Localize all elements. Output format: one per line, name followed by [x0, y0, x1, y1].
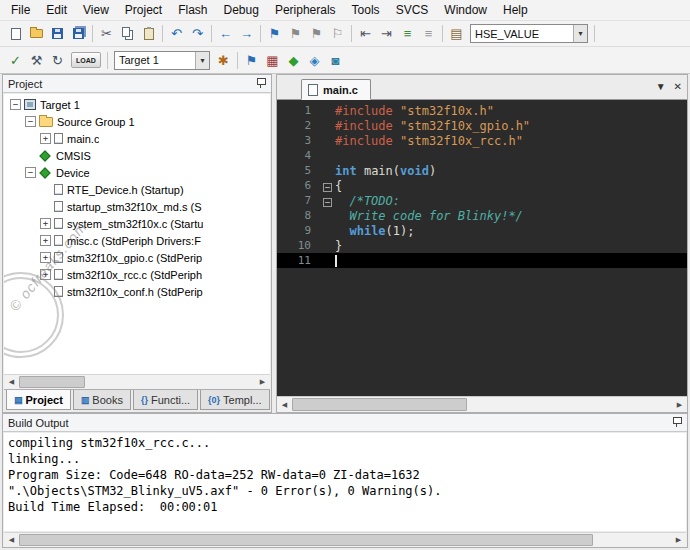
scroll-thumb[interactable] — [19, 534, 593, 546]
build-output-hscrollbar[interactable]: ◀ ▶ — [4, 532, 686, 547]
tree-item-target-1[interactable]: −Target 1 — [4, 96, 270, 113]
pack-installer-icon[interactable]: ◙ — [325, 50, 346, 70]
tab-main-c[interactable]: main.c — [301, 79, 371, 100]
menu-item-project[interactable]: Project — [117, 0, 170, 20]
scroll-track[interactable] — [292, 397, 672, 412]
collapse-icon[interactable]: − — [10, 99, 21, 110]
menu-item-edit[interactable]: Edit — [38, 0, 75, 20]
menu-item-file[interactable]: File — [3, 0, 38, 20]
scroll-thumb[interactable] — [19, 376, 85, 388]
scroll-right-icon[interactable]: ▶ — [672, 397, 687, 412]
close-tab-icon[interactable]: ✕ — [674, 81, 682, 92]
collapse-icon[interactable]: − — [25, 167, 36, 178]
unindent-icon[interactable]: ⇤ — [355, 24, 376, 44]
define-combo[interactable]: HSE_VALUE▾ — [470, 24, 588, 43]
menu-item-peripherals[interactable]: Peripherals — [267, 0, 344, 20]
code-line[interactable]: 2#include "stm32f10x_gpio.h" — [277, 118, 687, 133]
code-line[interactable]: 11 — [277, 253, 687, 268]
configure-icon[interactable]: ▤ — [446, 24, 467, 44]
comment-icon[interactable]: ≡ — [397, 24, 418, 44]
scroll-track[interactable] — [19, 375, 255, 389]
editor-hscrollbar[interactable]: ◀ ▶ — [277, 396, 687, 412]
download-icon[interactable]: LOAD — [71, 52, 101, 68]
file-extensions-icon[interactable]: ⚑ — [241, 50, 262, 70]
tab-project[interactable]: ▤Project — [6, 390, 71, 410]
fold-collapse-icon[interactable]: − — [323, 183, 332, 192]
manage-rte-icon[interactable]: ◆ — [283, 50, 304, 70]
translate-file-icon[interactable]: ✓ — [5, 50, 26, 70]
menu-item-flash[interactable]: Flash — [170, 0, 215, 20]
tree-item-misc-c-stdperiph-drivers-f[interactable]: +misc.c (StdPeriph Drivers:F — [4, 232, 270, 249]
expand-icon[interactable]: + — [40, 133, 51, 144]
tree-item-cmsis[interactable]: CMSIS — [4, 147, 270, 164]
menu-item-view[interactable]: View — [75, 0, 117, 20]
code-line[interactable]: 1#include "stm32f10x.h" — [277, 103, 687, 118]
code-line[interactable]: 5int main(void) — [277, 163, 687, 178]
code-line[interactable]: 9 while(1); — [277, 223, 687, 238]
scroll-thumb[interactable] — [292, 398, 467, 411]
project-hscrollbar[interactable]: ◀ ▶ — [4, 374, 270, 389]
undo-icon[interactable]: ↶ — [166, 24, 187, 44]
code-line[interactable]: 3#include "stm32f10x_rcc.h" — [277, 133, 687, 148]
select-packs-icon[interactable]: ◈ — [304, 50, 325, 70]
scroll-left-icon[interactable]: ◀ — [4, 375, 19, 389]
save-all-icon[interactable] — [68, 24, 89, 44]
redo-icon[interactable]: ↷ — [187, 24, 208, 44]
build-output-content[interactable]: compiling stm32f10x_rcc.c...linking...Pr… — [4, 433, 686, 531]
manage-project-items-icon[interactable]: ▦ — [262, 50, 283, 70]
code-lines[interactable]: 1#include "stm32f10x.h"2#include "stm32f… — [277, 100, 687, 396]
navigate-forward-icon[interactable]: → — [236, 24, 257, 44]
target-select[interactable]: Target 1▾ — [114, 51, 210, 70]
tree-item-source-group-1[interactable]: −Source Group 1 — [4, 113, 270, 130]
cut-icon[interactable]: ✂ — [96, 24, 117, 44]
expand-icon[interactable]: + — [40, 218, 51, 229]
code-line[interactable]: 4 — [277, 148, 687, 163]
chevron-down-icon[interactable]: ▾ — [195, 52, 209, 69]
tree-item-rte-device-h-startup[interactable]: RTE_Device.h (Startup) — [4, 181, 270, 198]
tab-books[interactable]: ▥Books — [73, 390, 131, 410]
scroll-right-icon[interactable]: ▶ — [671, 533, 686, 547]
rebuild-icon[interactable]: ↻ — [47, 50, 68, 70]
indent-icon[interactable]: ⇥ — [376, 24, 397, 44]
collapse-icon[interactable]: − — [25, 116, 36, 127]
tab-functi[interactable]: {}Functi... — [133, 390, 198, 410]
tree-item-system-stm32f10x-c-startu[interactable]: +system_stm32f10x.c (Startu — [4, 215, 270, 232]
tree-item-main-c[interactable]: +main.c — [4, 130, 270, 147]
save-icon[interactable] — [47, 24, 68, 44]
navigate-back-icon[interactable]: ← — [215, 24, 236, 44]
expand-icon[interactable]: + — [40, 235, 51, 246]
menu-item-window[interactable]: Window — [436, 0, 495, 20]
prev-bookmark-icon[interactable]: ⚑ — [285, 24, 306, 44]
code-line[interactable]: 10} — [277, 238, 687, 253]
scroll-left-icon[interactable]: ◀ — [277, 397, 292, 412]
build-icon[interactable]: ⚒ — [26, 50, 47, 70]
next-bookmark-icon[interactable]: ⚑ — [306, 24, 327, 44]
scroll-track[interactable] — [19, 533, 671, 547]
toggle-bookmark-icon[interactable]: ⚑ — [264, 24, 285, 44]
project-tree: © ocfreaks.com −Target 1−Source Group 1+… — [4, 94, 270, 374]
tab-list-dropdown-icon[interactable]: ▼ — [656, 81, 666, 92]
scroll-left-icon[interactable]: ◀ — [4, 533, 19, 547]
options-for-target-icon[interactable]: ✱ — [213, 50, 234, 70]
pin-icon[interactable] — [256, 78, 266, 89]
tab-templ[interactable]: {0}Templ... — [200, 390, 270, 410]
uncomment-icon[interactable]: ≡ — [418, 24, 439, 44]
menu-item-debug[interactable]: Debug — [216, 0, 267, 20]
tree-item-startup-stm32f10x-md-s-s[interactable]: startup_stm32f10x_md.s (S — [4, 198, 270, 215]
open-file-icon[interactable] — [26, 24, 47, 44]
new-file-icon[interactable] — [5, 24, 26, 44]
scroll-right-icon[interactable]: ▶ — [255, 375, 270, 389]
clear-bookmarks-icon[interactable]: ⚐ — [327, 24, 348, 44]
menu-item-tools[interactable]: Tools — [344, 0, 388, 20]
code-line[interactable]: 7− /*TODO: — [277, 193, 687, 208]
paste-icon[interactable] — [138, 24, 159, 44]
menu-item-svcs[interactable]: SVCS — [388, 0, 437, 20]
tree-item-device[interactable]: −Device — [4, 164, 270, 181]
chevron-down-icon[interactable]: ▾ — [573, 25, 587, 42]
code-line[interactable]: 8 Write code for Blinky!*/ — [277, 208, 687, 223]
menu-item-help[interactable]: Help — [495, 0, 536, 20]
copy-icon[interactable] — [117, 24, 138, 44]
pin-icon[interactable] — [672, 417, 682, 428]
code-line[interactable]: 6−{ — [277, 178, 687, 193]
fold-collapse-icon[interactable]: − — [323, 198, 332, 207]
